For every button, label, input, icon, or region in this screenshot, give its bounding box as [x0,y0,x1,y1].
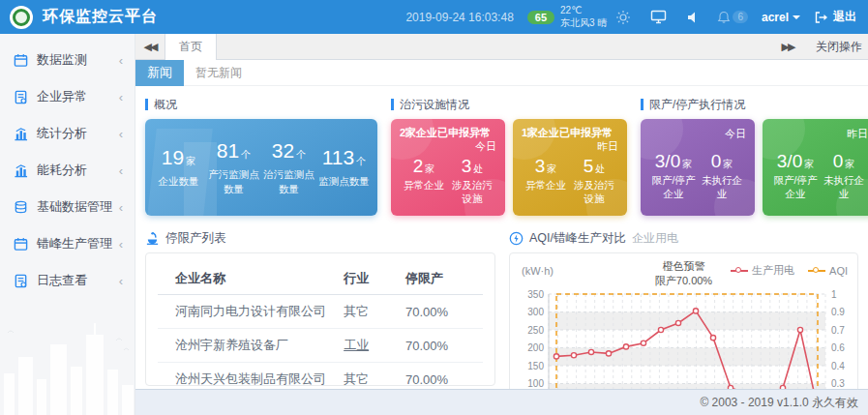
stat-value: 2 [413,156,424,176]
sidebar-item-label: 基础数据管理 [37,198,119,216]
app-title: 环保监控云平台 [43,7,158,27]
chart-annotation: 橙色预警 限产70.00% [655,259,712,288]
stat-value: 81 [217,139,239,162]
sidebar-item-label: 日志查看 [37,272,119,289]
sidebar-item-enterprise-anomaly[interactable]: 企业异常 ‹ [0,78,135,115]
sidebar-item-statistics[interactable]: 统计分析 ‹ [0,115,135,152]
cell-enterprise-name: 沧州天兴包装制品有限公司 [158,363,340,390]
chevron-left-icon: ‹ [119,127,123,141]
sidebar-item-base-data[interactable]: 基础数据管理 ‹ [0,189,135,225]
overview-card: 19家 企业数量 81个 产污监测点数量 32个 治污监测点数量 113个 [145,119,377,216]
bar-chart-icon [14,127,28,141]
copyright-text: © 2003 - 2019 v1.1.0 永久有效 [700,395,858,411]
stat-unit: 个 [296,149,306,160]
section-accent-bar [145,99,148,110]
svg-text:0.7: 0.7 [831,325,845,336]
sidebar-item-data-monitor[interactable]: 数据监测 ‹ [0,42,135,78]
legend-label: AQI [829,265,848,277]
table-row: 河南同力电力设计有限公司 其它 70.00% [158,295,483,329]
weather-group: 65 22℃ 东北风3 晴 [527,5,635,29]
stat-unit: 家 [186,156,195,166]
card-stats: 3/0家 限产/停产企业 0家 未执行企业 [649,151,746,200]
panel-header: AQI/错峰生产对比 企业用电 [509,229,858,247]
stat-value: 5 [584,156,594,176]
weather-text: 22℃ 东北风3 晴 [560,5,607,29]
legend-production[interactable]: 生产用电 [731,263,794,278]
svg-text:300: 300 [527,307,544,317]
sidebar-item-energy-analysis[interactable]: 能耗分析 ‹ [0,152,135,189]
card-day-label: 昨日 [771,127,868,141]
stat-value: 3/0 [777,151,802,171]
card-headline: 2家企业已申报异常 [400,127,496,139]
tabs-scroll-left-icon[interactable]: ◀◀ [135,41,165,53]
calendar-icon [14,237,28,252]
stat-unit: 处 [595,163,605,174]
notifications[interactable]: 6 [717,11,748,24]
panel-title: 停限产列表 [165,230,226,247]
stat-value: 0 [833,151,844,171]
detail-row: 停限产列表 企业名称 行业 停限产 [145,229,858,389]
stat-unit: 家 [723,159,733,169]
content-area: ◀◀ 首页 ▶▶ 关闭操作 新闻 暂无新闻 概况 [135,34,868,415]
city-skyline-watermark [0,313,135,415]
stat-label: 未执行企业 [820,174,868,200]
cell-enterprise-name: 沧州宇新养殖设备厂 [158,329,340,363]
sidebar-item-label: 数据监测 [37,51,119,69]
chevron-left-icon: ‹ [119,274,123,288]
svg-text:250: 250 [527,325,544,336]
calendar-icon [14,53,28,68]
sidebar-item-log-view[interactable]: 日志查看 ‹ [0,262,135,299]
stat-monitor-points: 113个 监测点数量 [316,146,372,188]
stop-list-table: 企业名称 行业 停限产 河南同力电力设计有限公司 其它 70.00% [158,263,483,389]
stat-enterprise-count: 19家 企业数量 [151,146,206,188]
top-bar: 环保监控云平台 2019-09-24 16:03:48 65 22℃ 东北风3 … [0,0,868,34]
logo [10,6,33,29]
stat-non-executing: 0家 未执行企业 [820,151,868,200]
stat-unit: 处 [473,163,483,174]
tabs-scroll-right-icon[interactable]: ▶▶ [773,41,802,53]
speaker-icon[interactable] [682,7,703,28]
dashboard-main: 概况 19家 企业数量 81个 产污监测点数量 32个 治 [135,86,868,389]
logout-button[interactable]: 退出 [814,9,856,25]
cell-industry: 其它 [340,295,402,329]
tab-home-label: 首页 [179,39,202,55]
user-menu[interactable]: acrel [762,11,800,24]
close-operations-button[interactable]: 关闭操作 [816,39,862,55]
weather-desc: 东北风3 晴 [560,17,607,28]
stat-unit: 家 [425,163,434,174]
cell-stop-limit: 70.00% [402,295,483,329]
sidebar-item-peak-production[interactable]: 错峰生产管理 ‹ [0,225,135,262]
topbar-right: 2019-09-24 16:03:48 65 22℃ 东北风3 晴 6 [405,5,856,29]
cell-stop-limit: 70.00% [402,363,483,390]
tab-home[interactable]: 首页 [165,34,217,60]
chevron-left-icon: ‹ [119,237,123,252]
stat-label: 产污监测点数量 [206,167,261,194]
monitor-icon[interactable] [647,7,669,28]
aqi-line-chart: 35013000.92500.72000.61500.41000.3500.10… [514,286,854,389]
table-header-row: 企业名称 行业 停限产 [158,263,483,295]
card-day-label: 昨日 [522,139,618,154]
datetime: 2019-09-24 16:03:48 [405,11,513,24]
section-treatment-facilities: 治污设施情况 2家企业已申报异常 今日 2家 异常企业 [391,98,627,216]
app-window: 环保监控云平台 2019-09-24 16:03:48 65 22℃ 东北风3 … [0,0,868,415]
legend-aqi[interactable]: AQI [808,263,848,278]
news-tag: 新闻 [135,60,184,86]
table-row: 沧州天兴包装制品有限公司 其它 70.00% [158,363,483,390]
card-stats: 2家 异常企业 3处 涉及治污设施 [400,156,496,205]
table-row: 沧州宇新养殖设备厂 工业 70.00% [158,329,483,363]
limit-card-today: 今日 3/0家 限产/停产企业 0家 未执行企业 [641,119,755,216]
tab-bar: ◀◀ 首页 ▶▶ 关闭操作 [135,34,868,60]
chart-legend: 生产用电 AQI [731,263,848,278]
legend-aqi-marker [808,267,825,275]
svg-text:0.4: 0.4 [831,361,845,371]
news-bar: 新闻 暂无新闻 [135,60,868,86]
chevron-left-icon: ‹ [119,163,123,178]
section-accent-bar [391,99,394,110]
stat-label: 涉及治污设施 [448,179,496,205]
sidebar-menu: 数据监测 ‹ 企业异常 ‹ 统计分析 ‹ 能耗分析 ‹ 基础数据管理 ‹ [0,34,135,299]
treatment-cards: 2家企业已申报异常 今日 2家 异常企业 3处 涉及治污设施 [391,119,627,216]
column-stop-limit: 停限产 [402,263,483,295]
news-text: 暂无新闻 [195,65,242,81]
cell-industry-link[interactable]: 工业 [340,329,402,363]
bell-icon [717,11,731,24]
